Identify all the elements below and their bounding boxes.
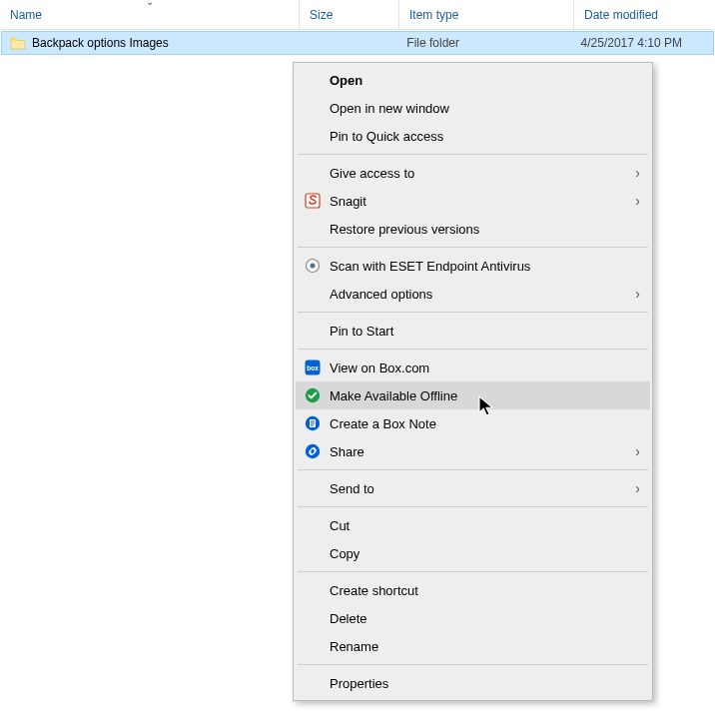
menu-label: Snagit	[330, 194, 626, 209]
svg-text:box: box	[307, 364, 319, 371]
box-logo-icon: box	[302, 360, 324, 375]
menu-label: Open in new window	[330, 101, 640, 116]
column-header-date[interactable]: Date modified	[574, 0, 715, 29]
svg-point-9	[306, 444, 320, 458]
column-header-label: Size	[310, 8, 333, 22]
menu-eset-scan[interactable]: Scan with ESET Endpoint Antivirus	[296, 252, 650, 280]
submenu-arrow-icon: ›	[626, 193, 640, 209]
menu-cut[interactable]: Cut	[296, 511, 650, 539]
menu-separator	[298, 312, 648, 313]
menu-label: Give access to	[330, 166, 626, 181]
menu-separator	[298, 247, 648, 248]
menu-label: Create shortcut	[330, 583, 640, 598]
menu-label: Share	[330, 444, 626, 459]
submenu-arrow-icon: ›	[626, 480, 640, 496]
svg-point-0	[12, 37, 16, 41]
menu-advanced-options[interactable]: Advanced options ›	[296, 280, 650, 308]
menu-label: Advanced options	[330, 287, 626, 302]
menu-snagit[interactable]: Snagit ›	[296, 187, 650, 215]
menu-copy[interactable]: Copy	[296, 539, 650, 567]
menu-label: Pin to Quick access	[330, 129, 640, 144]
column-header-label: Item type	[409, 8, 458, 22]
menu-make-available-offline[interactable]: Make Available Offline	[296, 381, 650, 409]
sort-indicator-icon: ⌄	[146, 0, 154, 7]
menu-send-to[interactable]: Send to ›	[296, 474, 650, 502]
context-menu: Open Open in new window Pin to Quick acc…	[293, 62, 653, 701]
submenu-arrow-icon: ›	[626, 286, 640, 302]
menu-label: Make Available Offline	[330, 388, 640, 403]
column-header-name[interactable]: ⌄ Name	[0, 0, 300, 29]
menu-separator	[298, 349, 648, 350]
menu-open[interactable]: Open	[296, 66, 650, 94]
menu-share[interactable]: Share ›	[296, 437, 650, 465]
menu-label: Restore previous versions	[330, 222, 640, 237]
menu-create-shortcut[interactable]: Create shortcut	[296, 576, 650, 604]
menu-label: Rename	[330, 639, 640, 654]
column-header-label: Date modified	[584, 8, 658, 22]
menu-separator	[298, 571, 648, 572]
svg-point-3	[311, 264, 316, 269]
snagit-icon	[302, 193, 324, 209]
submenu-arrow-icon: ›	[626, 165, 640, 181]
menu-restore-previous[interactable]: Restore previous versions	[296, 215, 650, 243]
menu-label: Delete	[330, 611, 640, 626]
menu-label: Scan with ESET Endpoint Antivirus	[330, 259, 640, 274]
menu-label: Pin to Start	[330, 324, 640, 339]
menu-label: Send to	[330, 481, 626, 496]
menu-separator	[298, 154, 648, 155]
menu-label: Cut	[330, 518, 640, 533]
menu-separator	[298, 664, 648, 665]
column-header-size[interactable]: Size	[300, 0, 399, 29]
menu-open-new-window[interactable]: Open in new window	[296, 94, 650, 122]
menu-properties[interactable]: Properties	[296, 669, 650, 697]
check-circle-icon	[302, 387, 324, 403]
menu-pin-quick-access[interactable]: Pin to Quick access	[296, 122, 650, 150]
menu-label: Open	[330, 73, 640, 88]
share-link-icon	[302, 443, 324, 459]
menu-label: Properties	[330, 676, 640, 691]
file-date: 4/25/2017 4:10 PM	[573, 36, 713, 50]
menu-separator	[298, 469, 648, 470]
menu-create-box-note[interactable]: Create a Box Note	[296, 409, 650, 437]
menu-label: Copy	[330, 546, 640, 561]
menu-rename[interactable]: Rename	[296, 632, 650, 660]
menu-label: View on Box.com	[330, 361, 640, 375]
folder-icon	[10, 35, 26, 51]
menu-delete[interactable]: Delete	[296, 604, 650, 632]
submenu-arrow-icon: ›	[626, 443, 640, 459]
file-row[interactable]: Backpack options Images File folder 4/25…	[1, 31, 714, 55]
file-type: File folder	[398, 36, 572, 50]
column-header-type[interactable]: Item type	[399, 0, 574, 29]
file-name: Backpack options Images	[32, 36, 169, 50]
column-header-label: Name	[10, 8, 42, 22]
menu-pin-to-start[interactable]: Pin to Start	[296, 317, 650, 345]
menu-view-on-box[interactable]: box View on Box.com	[296, 354, 650, 381]
box-note-icon	[302, 415, 324, 431]
menu-label: Create a Box Note	[330, 416, 640, 431]
menu-separator	[298, 506, 648, 507]
menu-give-access-to[interactable]: Give access to ›	[296, 159, 650, 187]
column-header-row: ⌄ Name Size Item type Date modified	[0, 0, 715, 30]
eset-icon	[302, 258, 324, 274]
